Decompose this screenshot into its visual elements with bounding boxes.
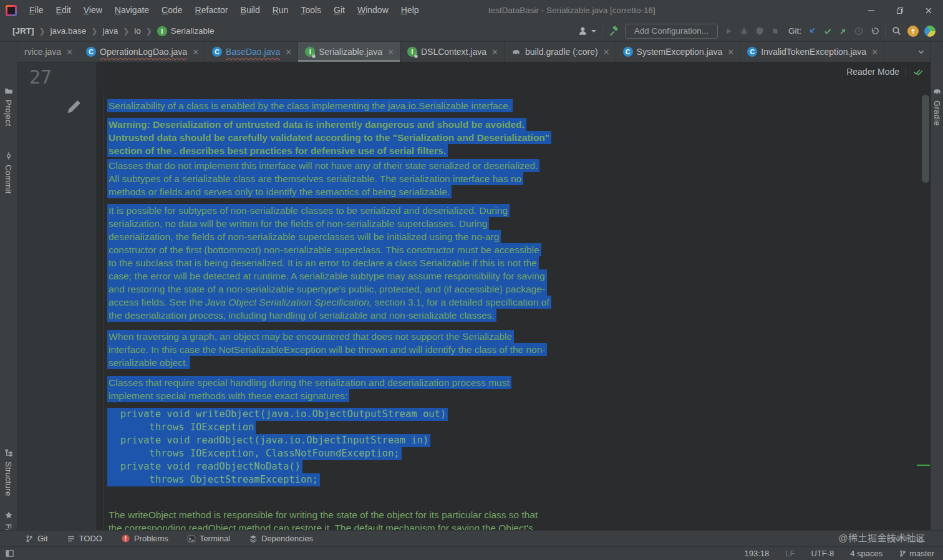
git-update-icon[interactable] bbox=[807, 26, 817, 36]
restore-button[interactable] bbox=[886, 0, 914, 21]
structure-icon bbox=[4, 448, 13, 457]
tab-basedao-java[interactable]: C BaseDao.java bbox=[205, 42, 298, 62]
inspections-ok-double-check-icon[interactable] bbox=[912, 67, 924, 77]
class-icon: C bbox=[86, 47, 96, 57]
toolwindow-problems[interactable]: Problems bbox=[121, 534, 168, 543]
profile-selector[interactable] bbox=[578, 26, 596, 37]
colored-sphere-icon[interactable] bbox=[924, 26, 936, 37]
close-icon[interactable] bbox=[192, 47, 199, 57]
status-bar: 193:18 LF UTF-8 4 spaces master bbox=[0, 546, 943, 560]
doc-paragraph: private void writeObject(java.io.ObjectO… bbox=[109, 408, 921, 486]
breadcrumb-jrt[interactable]: [JRT] bbox=[10, 26, 37, 36]
breadcrumb-java-base[interactable]: java.base bbox=[48, 26, 89, 36]
toolwindow-terminal[interactable]: Terminal bbox=[187, 534, 230, 543]
doc-paragraph: When traversing a graph, an object may b… bbox=[109, 330, 921, 369]
stripe-button-gradle[interactable]: Gradle bbox=[931, 87, 943, 126]
menu-navigate[interactable]: Navigate bbox=[109, 0, 155, 21]
update-notification-icon[interactable] bbox=[907, 26, 919, 37]
menu-edit[interactable]: Edit bbox=[50, 0, 77, 21]
tab-serializable-java[interactable]: I Serializable.java bbox=[298, 42, 400, 62]
git-commit-check-icon[interactable] bbox=[823, 26, 833, 36]
line-number: 27 bbox=[29, 66, 52, 88]
coverage-icon[interactable] bbox=[755, 26, 765, 36]
build-hammer-icon[interactable] bbox=[608, 26, 619, 37]
restore-icon bbox=[895, 6, 905, 16]
git-branch-icon bbox=[899, 549, 907, 558]
pencil-icon[interactable] bbox=[65, 95, 82, 117]
breadcrumb-io[interactable]: io bbox=[132, 26, 143, 36]
stop-icon[interactable] bbox=[770, 26, 780, 36]
git-toolbar-label: Git: bbox=[788, 26, 801, 36]
toolwindow-dependencies[interactable]: Dependencies bbox=[249, 534, 313, 543]
stripe-button-commit[interactable]: Commit bbox=[0, 152, 17, 194]
toolbar-separator bbox=[602, 25, 602, 37]
menu-refactor[interactable]: Refactor bbox=[189, 0, 235, 21]
search-icon[interactable] bbox=[891, 26, 902, 36]
close-button[interactable] bbox=[914, 0, 943, 21]
run-icon[interactable] bbox=[723, 26, 733, 36]
git-branch-icon bbox=[25, 534, 34, 543]
breadcrumb: [JRT] ❯ java.base ❯ java ❯ io ❯ I Serial… bbox=[10, 26, 217, 36]
caret-position[interactable]: 193:18 bbox=[744, 549, 769, 558]
menu-file[interactable]: File bbox=[23, 0, 50, 21]
rollback-icon[interactable] bbox=[869, 26, 879, 36]
class-icon: C bbox=[212, 47, 222, 57]
indent-style[interactable]: 4 spaces bbox=[850, 549, 883, 558]
menu-tools[interactable]: Tools bbox=[294, 0, 327, 21]
menu-help[interactable]: Help bbox=[395, 0, 425, 21]
title-bar: File Edit View Navigate Code Refactor Bu… bbox=[0, 0, 943, 21]
problems-icon bbox=[121, 534, 130, 543]
vertical-scrollbar[interactable] bbox=[922, 95, 929, 183]
close-icon[interactable] bbox=[285, 47, 292, 57]
tab-systemexception-java[interactable]: C SystemException.java bbox=[616, 42, 741, 62]
stripe-button-project[interactable]: Project bbox=[0, 87, 17, 127]
close-icon[interactable] bbox=[871, 47, 878, 57]
debug-icon[interactable] bbox=[739, 26, 749, 36]
vcs-change-marker bbox=[917, 465, 930, 466]
close-icon[interactable] bbox=[491, 47, 498, 57]
gradle-icon bbox=[932, 87, 942, 96]
editor-pane[interactable]: Reader Mode Serializability of a class i… bbox=[97, 62, 931, 530]
git-push-icon[interactable] bbox=[838, 26, 848, 36]
line-separator[interactable]: LF bbox=[785, 549, 795, 558]
close-icon[interactable] bbox=[603, 47, 610, 57]
close-icon[interactable] bbox=[387, 47, 394, 57]
menu-run[interactable]: Run bbox=[266, 0, 295, 21]
left-tool-window-stripe: Project Commit Structure Favorites bbox=[0, 42, 17, 546]
git-branch-widget[interactable]: master bbox=[899, 549, 934, 558]
doc-paragraph: The writeObject method is responsible fo… bbox=[109, 508, 921, 530]
breadcrumb-serializable[interactable]: I Serializable bbox=[155, 26, 217, 36]
stripe-button-structure[interactable]: Structure bbox=[0, 448, 17, 496]
minimize-button[interactable] bbox=[857, 0, 886, 21]
tab-overflow-chevron[interactable] bbox=[916, 42, 931, 62]
chevron-down-icon bbox=[916, 47, 926, 57]
ide-window: File Edit View Navigate Code Refactor Bu… bbox=[0, 0, 943, 560]
reader-mode-label[interactable]: Reader Mode bbox=[846, 67, 906, 77]
tab-invalidtokenexception-java[interactable]: C InvalidTokenException.java bbox=[740, 42, 884, 62]
close-icon[interactable] bbox=[66, 47, 73, 57]
close-icon[interactable] bbox=[727, 47, 734, 57]
menu-view[interactable]: View bbox=[77, 0, 109, 21]
history-clock-icon[interactable] bbox=[854, 26, 864, 36]
doc-paragraph: Classes that do not implement this inter… bbox=[109, 159, 921, 198]
menu-git[interactable]: Git bbox=[327, 0, 351, 21]
star-icon bbox=[4, 511, 13, 519]
tab-dslcontext-java[interactable]: I DSLContext.java bbox=[400, 42, 505, 62]
menu-window[interactable]: Window bbox=[351, 0, 395, 21]
tab-build-gradle[interactable]: build.gradle (:core) bbox=[505, 42, 616, 62]
toolbar-separator bbox=[885, 25, 886, 37]
chevron-right-icon: ❯ bbox=[39, 27, 46, 36]
breadcrumb-java[interactable]: java bbox=[100, 26, 120, 36]
tab-rvice-java[interactable]: rvice.java bbox=[17, 42, 79, 62]
add-configuration-button[interactable]: Add Configuration... bbox=[625, 24, 718, 39]
menu-code[interactable]: Code bbox=[155, 0, 188, 21]
toolwindow-git[interactable]: Git bbox=[25, 534, 48, 543]
tab-operationlogdao-java[interactable]: C OperationLogDao.java bbox=[79, 42, 205, 62]
file-encoding[interactable]: UTF-8 bbox=[811, 549, 834, 558]
menu-build[interactable]: Build bbox=[235, 0, 266, 21]
minimize-icon bbox=[866, 6, 876, 16]
reader-mode-toggle[interactable]: Reader Mode bbox=[846, 67, 924, 77]
intellij-logo-icon bbox=[6, 5, 17, 16]
toolwindow-todo[interactable]: TODO bbox=[67, 534, 102, 543]
toolwindow-toggle-icon[interactable] bbox=[5, 549, 14, 558]
